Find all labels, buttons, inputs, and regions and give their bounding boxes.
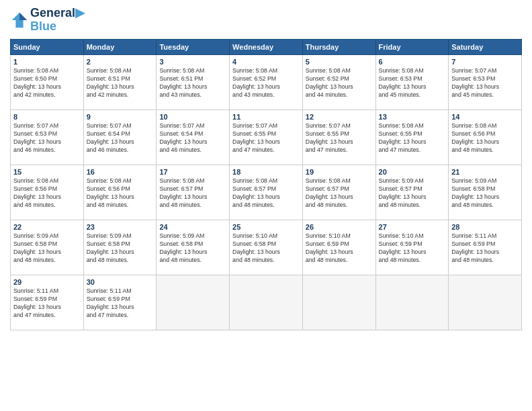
calendar-cell-23: 23Sunrise: 5:09 AMSunset: 6:58 PMDayligh… bbox=[83, 220, 157, 275]
calendar-cell-9: 9Sunrise: 5:07 AMSunset: 6:54 PMDaylight… bbox=[83, 109, 157, 165]
day-info: Sunrise: 5:09 AMSunset: 6:58 PMDaylight:… bbox=[87, 232, 154, 265]
day-number: 8 bbox=[13, 112, 81, 122]
col-header-tuesday: Tuesday bbox=[157, 39, 230, 54]
day-info: Sunrise: 5:08 AMSunset: 6:56 PMDaylight:… bbox=[13, 177, 81, 210]
logo: General▶ Blue bbox=[10, 7, 85, 34]
calendar-cell-empty bbox=[157, 275, 230, 330]
day-info: Sunrise: 5:08 AMSunset: 6:52 PMDaylight:… bbox=[232, 67, 300, 99]
day-number: 25 bbox=[232, 222, 300, 232]
day-number: 21 bbox=[451, 167, 519, 177]
day-info: Sunrise: 5:08 AMSunset: 6:56 PMDaylight:… bbox=[87, 177, 154, 210]
day-number: 2 bbox=[87, 57, 154, 67]
calendar-cell-8: 8Sunrise: 5:07 AMSunset: 6:53 PMDaylight… bbox=[11, 109, 84, 165]
day-info: Sunrise: 5:07 AMSunset: 6:53 PMDaylight:… bbox=[451, 67, 519, 99]
day-info: Sunrise: 5:10 AMSunset: 6:59 PMDaylight:… bbox=[306, 232, 373, 265]
calendar-week-1: 1Sunrise: 5:08 AMSunset: 6:50 PMDaylight… bbox=[11, 54, 522, 109]
calendar-cell-2: 2Sunrise: 5:08 AMSunset: 6:51 PMDaylight… bbox=[83, 54, 157, 109]
calendar-week-5: 29Sunrise: 5:11 AMSunset: 6:59 PMDayligh… bbox=[11, 275, 522, 330]
calendar-cell-17: 17Sunrise: 5:08 AMSunset: 6:57 PMDayligh… bbox=[157, 165, 230, 220]
calendar-cell-29: 29Sunrise: 5:11 AMSunset: 6:59 PMDayligh… bbox=[11, 275, 84, 330]
svg-marker-1 bbox=[19, 13, 27, 20]
day-info: Sunrise: 5:09 AMSunset: 6:57 PMDaylight:… bbox=[379, 177, 446, 210]
calendar-cell-30: 30Sunrise: 5:11 AMSunset: 6:59 PMDayligh… bbox=[83, 275, 157, 330]
calendar-cell-1: 1Sunrise: 5:08 AMSunset: 6:50 PMDaylight… bbox=[11, 54, 84, 109]
day-number: 15 bbox=[13, 167, 81, 177]
col-header-thursday: Thursday bbox=[302, 39, 375, 54]
calendar-cell-28: 28Sunrise: 5:11 AMSunset: 6:59 PMDayligh… bbox=[449, 220, 522, 275]
day-info: Sunrise: 5:08 AMSunset: 6:55 PMDaylight:… bbox=[379, 122, 446, 154]
calendar-week-3: 15Sunrise: 5:08 AMSunset: 6:56 PMDayligh… bbox=[11, 165, 522, 220]
day-number: 19 bbox=[306, 167, 373, 177]
col-header-sunday: Sunday bbox=[11, 39, 84, 54]
calendar-cell-26: 26Sunrise: 5:10 AMSunset: 6:59 PMDayligh… bbox=[302, 220, 375, 275]
calendar-cell-14: 14Sunrise: 5:08 AMSunset: 6:56 PMDayligh… bbox=[449, 109, 522, 165]
day-info: Sunrise: 5:07 AMSunset: 6:55 PMDaylight:… bbox=[232, 122, 300, 154]
calendar-cell-empty bbox=[375, 275, 449, 330]
logo-text: General▶ Blue bbox=[30, 7, 85, 34]
calendar-week-2: 8Sunrise: 5:07 AMSunset: 6:53 PMDaylight… bbox=[11, 109, 522, 165]
day-info: Sunrise: 5:07 AMSunset: 6:55 PMDaylight:… bbox=[306, 122, 373, 154]
calendar-cell-3: 3Sunrise: 5:08 AMSunset: 6:51 PMDaylight… bbox=[157, 54, 230, 109]
day-info: Sunrise: 5:08 AMSunset: 6:57 PMDaylight:… bbox=[306, 177, 373, 210]
day-info: Sunrise: 5:08 AMSunset: 6:57 PMDaylight:… bbox=[232, 177, 300, 210]
day-info: Sunrise: 5:11 AMSunset: 6:59 PMDaylight:… bbox=[13, 287, 81, 320]
day-info: Sunrise: 5:08 AMSunset: 6:51 PMDaylight:… bbox=[159, 67, 226, 99]
day-info: Sunrise: 5:08 AMSunset: 6:57 PMDaylight:… bbox=[159, 177, 226, 210]
calendar-cell-24: 24Sunrise: 5:09 AMSunset: 6:58 PMDayligh… bbox=[157, 220, 230, 275]
day-number: 14 bbox=[451, 112, 519, 122]
day-info: Sunrise: 5:11 AMSunset: 6:59 PMDaylight:… bbox=[87, 287, 154, 320]
day-info: Sunrise: 5:08 AMSunset: 6:51 PMDaylight:… bbox=[87, 67, 154, 99]
day-info: Sunrise: 5:08 AMSunset: 6:56 PMDaylight:… bbox=[451, 122, 519, 154]
day-number: 13 bbox=[379, 112, 446, 122]
day-number: 24 bbox=[159, 222, 226, 232]
day-number: 16 bbox=[87, 167, 154, 177]
calendar-cell-7: 7Sunrise: 5:07 AMSunset: 6:53 PMDaylight… bbox=[449, 54, 522, 109]
calendar-cell-empty bbox=[230, 275, 303, 330]
calendar-cell-18: 18Sunrise: 5:08 AMSunset: 6:57 PMDayligh… bbox=[230, 165, 303, 220]
day-number: 22 bbox=[13, 222, 81, 232]
calendar-cell-12: 12Sunrise: 5:07 AMSunset: 6:55 PMDayligh… bbox=[302, 109, 375, 165]
calendar-cell-empty bbox=[449, 275, 522, 330]
calendar-cell-25: 25Sunrise: 5:10 AMSunset: 6:58 PMDayligh… bbox=[230, 220, 303, 275]
day-number: 3 bbox=[159, 57, 226, 67]
calendar-week-4: 22Sunrise: 5:09 AMSunset: 6:58 PMDayligh… bbox=[11, 220, 522, 275]
col-header-friday: Friday bbox=[375, 39, 449, 54]
day-number: 30 bbox=[87, 277, 154, 287]
calendar-cell-20: 20Sunrise: 5:09 AMSunset: 6:57 PMDayligh… bbox=[375, 165, 449, 220]
day-info: Sunrise: 5:10 AMSunset: 6:58 PMDaylight:… bbox=[232, 232, 300, 265]
day-number: 29 bbox=[13, 277, 81, 287]
logo-icon bbox=[10, 11, 29, 30]
day-number: 9 bbox=[87, 112, 154, 122]
calendar-cell-4: 4Sunrise: 5:08 AMSunset: 6:52 PMDaylight… bbox=[230, 54, 303, 109]
day-number: 27 bbox=[379, 222, 446, 232]
day-number: 4 bbox=[232, 57, 300, 67]
day-info: Sunrise: 5:11 AMSunset: 6:59 PMDaylight:… bbox=[451, 232, 519, 265]
day-number: 18 bbox=[232, 167, 300, 177]
calendar-cell-21: 21Sunrise: 5:09 AMSunset: 6:58 PMDayligh… bbox=[449, 165, 522, 220]
calendar-table: SundayMondayTuesdayWednesdayThursdayFrid… bbox=[10, 39, 522, 330]
day-info: Sunrise: 5:08 AMSunset: 6:53 PMDaylight:… bbox=[379, 67, 446, 99]
calendar-cell-15: 15Sunrise: 5:08 AMSunset: 6:56 PMDayligh… bbox=[11, 165, 84, 220]
day-info: Sunrise: 5:09 AMSunset: 6:58 PMDaylight:… bbox=[159, 232, 226, 265]
day-number: 17 bbox=[159, 167, 226, 177]
day-info: Sunrise: 5:09 AMSunset: 6:58 PMDaylight:… bbox=[13, 232, 81, 265]
day-info: Sunrise: 5:10 AMSunset: 6:59 PMDaylight:… bbox=[379, 232, 446, 265]
day-number: 26 bbox=[306, 222, 373, 232]
col-header-wednesday: Wednesday bbox=[230, 39, 303, 54]
calendar-cell-19: 19Sunrise: 5:08 AMSunset: 6:57 PMDayligh… bbox=[302, 165, 375, 220]
day-info: Sunrise: 5:07 AMSunset: 6:53 PMDaylight:… bbox=[13, 122, 81, 154]
calendar-cell-27: 27Sunrise: 5:10 AMSunset: 6:59 PMDayligh… bbox=[375, 220, 449, 275]
calendar-cell-6: 6Sunrise: 5:08 AMSunset: 6:53 PMDaylight… bbox=[375, 54, 449, 109]
day-number: 11 bbox=[232, 112, 300, 122]
day-info: Sunrise: 5:07 AMSunset: 6:54 PMDaylight:… bbox=[159, 122, 226, 154]
col-header-saturday: Saturday bbox=[449, 39, 522, 54]
day-number: 6 bbox=[379, 57, 446, 67]
calendar-cell-22: 22Sunrise: 5:09 AMSunset: 6:58 PMDayligh… bbox=[11, 220, 84, 275]
calendar-cell-5: 5Sunrise: 5:08 AMSunset: 6:52 PMDaylight… bbox=[302, 54, 375, 109]
day-info: Sunrise: 5:07 AMSunset: 6:54 PMDaylight:… bbox=[87, 122, 154, 154]
day-number: 28 bbox=[451, 222, 519, 232]
day-number: 20 bbox=[379, 167, 446, 177]
day-info: Sunrise: 5:08 AMSunset: 6:50 PMDaylight:… bbox=[13, 67, 81, 99]
day-number: 10 bbox=[159, 112, 226, 122]
day-number: 12 bbox=[306, 112, 373, 122]
